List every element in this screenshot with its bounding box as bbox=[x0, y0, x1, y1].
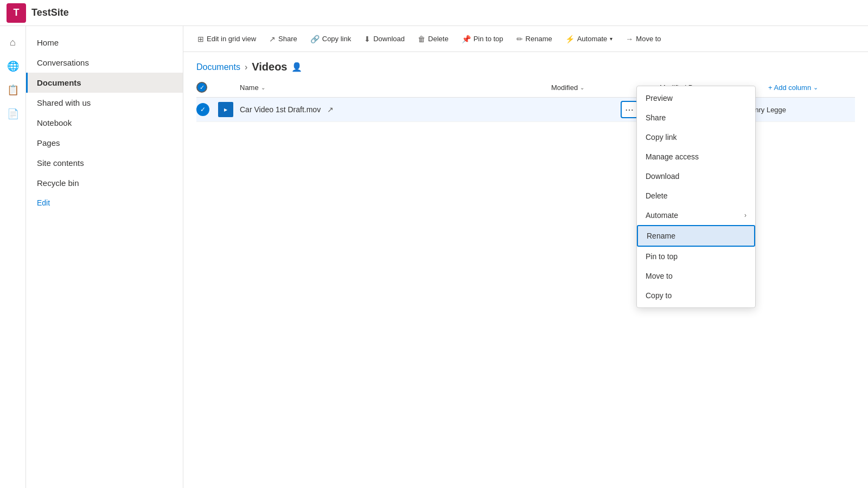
menu-item-move-to-label: Move to bbox=[646, 272, 673, 280]
top-bar: T TestSite bbox=[0, 0, 868, 26]
site-icon: T bbox=[7, 3, 26, 23]
video-file-icon: ▶ bbox=[218, 102, 233, 117]
page-rail-icon[interactable]: 📄 bbox=[3, 104, 23, 124]
file-name: Car Video 1st Draft.mov bbox=[240, 105, 321, 114]
rename-button[interactable]: ✏ Rename bbox=[511, 31, 558, 47]
menu-item-delete[interactable]: Delete bbox=[637, 186, 755, 206]
breadcrumb-current-label: Videos bbox=[252, 61, 287, 73]
add-column-chevron-icon: ⌄ bbox=[813, 84, 818, 91]
check-circle: ✓ bbox=[196, 103, 209, 116]
edit-grid-button[interactable]: ⊞ Edit in grid view bbox=[192, 31, 261, 47]
header-name-col[interactable]: Name ⌄ bbox=[240, 84, 551, 92]
sidebar-item-site-contents[interactable]: Site contents bbox=[26, 153, 183, 173]
sidebar-item-shared[interactable]: Shared with us bbox=[26, 93, 183, 113]
layout: ⌂ 🌐 📋 📄 Home Conversations Documents Sha… bbox=[0, 26, 868, 488]
row-modified-by: enry Legge bbox=[746, 106, 855, 114]
menu-item-pin-label: Pin to top bbox=[646, 252, 678, 261]
modified-sort-icon: ⌄ bbox=[580, 85, 584, 91]
home-rail-icon[interactable]: ⌂ bbox=[3, 33, 23, 52]
delete-button[interactable]: 🗑 Delete bbox=[412, 31, 454, 47]
main-content: ⊞ Edit in grid view ↗ Share 🔗 Copy link … bbox=[183, 26, 868, 488]
table-row: ✓ ▶ Car Video 1st Draft.mov ↗ ⋯ enry Leg… bbox=[196, 98, 855, 122]
row-file-icon: ▶ bbox=[218, 102, 240, 117]
rename-icon: ✏ bbox=[516, 35, 523, 43]
automate-icon: ⚡ bbox=[565, 35, 575, 43]
breadcrumb-separator: › bbox=[245, 62, 247, 72]
row-name: Car Video 1st Draft.mov ↗ bbox=[240, 105, 618, 114]
file-share-icon[interactable]: ↗ bbox=[327, 105, 334, 114]
copy-link-label: Copy link bbox=[322, 35, 351, 43]
menu-item-preview[interactable]: Preview bbox=[637, 88, 755, 108]
pin-icon: 📌 bbox=[462, 35, 471, 43]
automate-chevron-icon: ▾ bbox=[610, 36, 612, 42]
move-button[interactable]: → Move to bbox=[620, 31, 666, 47]
list-header: ✓ Name ⌄ Modified ⌄ Modified By ⌄ + Ad bbox=[196, 78, 855, 98]
automate-button[interactable]: ⚡ Automate ▾ bbox=[560, 31, 618, 47]
more-options-button[interactable]: ⋯ bbox=[621, 101, 638, 118]
menu-item-download[interactable]: Download bbox=[637, 166, 755, 186]
sidebar-item-home[interactable]: Home bbox=[26, 33, 183, 53]
automate-submenu-chevron-icon: › bbox=[744, 211, 746, 219]
menu-item-preview-label: Preview bbox=[646, 94, 673, 102]
breadcrumb-parent-link[interactable]: Documents bbox=[196, 62, 240, 72]
download-label: Download bbox=[373, 35, 405, 43]
notes-rail-icon[interactable]: 📋 bbox=[3, 80, 23, 100]
menu-item-rename[interactable]: Rename bbox=[637, 225, 755, 247]
rename-label: Rename bbox=[526, 35, 552, 43]
menu-item-share[interactable]: Share bbox=[637, 108, 755, 127]
move-icon: → bbox=[626, 35, 633, 43]
menu-item-automate-label: Automate bbox=[646, 211, 678, 220]
edit-grid-label: Edit in grid view bbox=[207, 35, 256, 43]
menu-item-move-to[interactable]: Move to bbox=[637, 266, 755, 286]
delete-label: Delete bbox=[428, 35, 449, 43]
sidebar-item-pages[interactable]: Pages bbox=[26, 133, 183, 153]
menu-item-download-label: Download bbox=[646, 172, 679, 181]
menu-item-copy-link-label: Copy link bbox=[646, 133, 677, 142]
toolbar: ⊞ Edit in grid view ↗ Share 🔗 Copy link … bbox=[183, 26, 868, 52]
icon-rail: ⌂ 🌐 📋 📄 bbox=[0, 26, 26, 488]
folder-settings-icon[interactable]: 👤 bbox=[291, 62, 302, 72]
header-check[interactable]: ✓ bbox=[196, 82, 218, 93]
menu-item-manage-access-label: Manage access bbox=[646, 152, 699, 161]
automate-label: Automate bbox=[577, 35, 608, 43]
sidebar: Home Conversations Documents Shared with… bbox=[26, 26, 183, 488]
menu-item-share-label: Share bbox=[646, 113, 666, 122]
breadcrumb: Documents › Videos 👤 bbox=[183, 52, 868, 78]
sidebar-item-recycle[interactable]: Recycle bin bbox=[26, 173, 183, 193]
copy-link-button[interactable]: 🔗 Copy link bbox=[305, 31, 356, 47]
site-name: TestSite bbox=[31, 7, 69, 18]
menu-item-copy-to[interactable]: Copy to bbox=[637, 286, 755, 305]
copy-link-icon: 🔗 bbox=[310, 35, 320, 43]
sidebar-item-edit[interactable]: Edit bbox=[26, 193, 183, 213]
menu-item-manage-access[interactable]: Manage access bbox=[637, 147, 755, 166]
globe-rail-icon[interactable]: 🌐 bbox=[3, 56, 23, 76]
row-check[interactable]: ✓ bbox=[196, 103, 218, 116]
pin-button[interactable]: 📌 Pin to top bbox=[456, 31, 509, 47]
sidebar-item-conversations[interactable]: Conversations bbox=[26, 53, 183, 73]
menu-item-pin-to-top[interactable]: Pin to top bbox=[637, 247, 755, 266]
move-label: Move to bbox=[636, 35, 661, 43]
sidebar-item-documents[interactable]: Documents bbox=[26, 73, 183, 93]
share-icon: ↗ bbox=[269, 35, 276, 43]
menu-item-copy-to-label: Copy to bbox=[646, 291, 672, 300]
download-button[interactable]: ⬇ Download bbox=[359, 31, 410, 47]
download-icon: ⬇ bbox=[364, 35, 371, 43]
menu-item-automate[interactable]: Automate › bbox=[637, 206, 755, 225]
site-logo: T TestSite bbox=[7, 3, 69, 23]
name-sort-icon: ⌄ bbox=[261, 85, 265, 91]
file-list: ✓ Name ⌄ Modified ⌄ Modified By ⌄ + Ad bbox=[183, 78, 868, 122]
context-menu: Preview Share Copy link Manage access Do… bbox=[636, 86, 756, 308]
share-button[interactable]: ↗ Share bbox=[264, 31, 303, 47]
pin-label: Pin to top bbox=[474, 35, 503, 43]
menu-item-delete-label: Delete bbox=[646, 191, 667, 200]
share-label: Share bbox=[278, 35, 297, 43]
header-add-col[interactable]: + Add column ⌄ bbox=[768, 84, 855, 92]
delete-icon: 🗑 bbox=[418, 35, 425, 43]
sidebar-item-notebook[interactable]: Notebook bbox=[26, 113, 183, 133]
menu-item-copy-link[interactable]: Copy link bbox=[637, 127, 755, 147]
edit-grid-icon: ⊞ bbox=[197, 35, 204, 43]
menu-item-rename-label: Rename bbox=[647, 232, 675, 240]
